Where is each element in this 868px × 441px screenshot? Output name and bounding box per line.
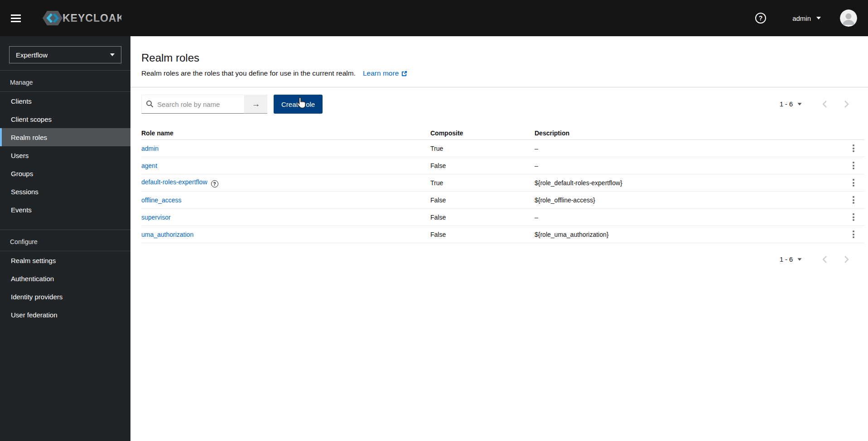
kebab-menu-button[interactable] — [848, 229, 859, 240]
toolbar: → Create role 1 - 6 — [130, 87, 868, 121]
chevron-left-icon — [822, 100, 827, 108]
sidebar-item-identity-providers[interactable]: Identity providers — [0, 288, 130, 306]
pagination-range: 1 - 6 — [780, 256, 793, 263]
kebab-menu-button[interactable] — [848, 177, 859, 189]
sidebar-item-users[interactable]: Users — [0, 146, 130, 164]
learn-more-link[interactable]: Learn more — [363, 69, 408, 77]
sidebar-item-authentication[interactable]: Authentication — [0, 269, 130, 288]
sidebar-item-sessions[interactable]: Sessions — [0, 182, 130, 201]
chevron-down-icon — [798, 258, 802, 260]
description-cell: ${role_default-roles-expertflow} — [535, 179, 843, 187]
description-cell: – — [535, 145, 843, 152]
keycloak-logo: KEYCLOAK — [42, 9, 121, 27]
sidebar-item-realm-settings[interactable]: Realm settings — [0, 251, 130, 269]
top-pagination: 1 - 6 — [780, 96, 857, 112]
table-header-row: Role name Composite Description — [141, 126, 864, 140]
sidebar-item-clients[interactable]: Clients — [0, 92, 130, 110]
role-name-link[interactable]: supervisor — [141, 214, 171, 221]
pagination-range-dropdown[interactable]: 1 - 6 — [780, 101, 802, 108]
sidebar-section-manage: ManageClientsClient scopesRealm rolesUse… — [0, 70, 130, 219]
search-group: → — [141, 95, 267, 114]
column-header-composite: Composite — [430, 129, 535, 137]
kebab-menu-button[interactable] — [848, 211, 859, 223]
role-name-link[interactable]: default-roles-expertflow — [141, 178, 207, 186]
composite-cell: True — [430, 179, 535, 187]
sidebar: Expertflow ManageClientsClient scopesRea… — [0, 36, 130, 441]
description-cell: – — [535, 162, 843, 169]
previous-page-button[interactable] — [814, 251, 835, 268]
kebab-menu-button[interactable] — [848, 143, 859, 154]
sidebar-item-realm-roles[interactable]: Realm roles — [0, 128, 130, 146]
search-submit-button[interactable]: → — [245, 95, 267, 114]
description-cell: ${role_offline-access} — [535, 197, 843, 204]
pagination-range-dropdown[interactable]: 1 - 6 — [780, 256, 802, 263]
column-header-role-name: Role name — [141, 129, 430, 137]
next-page-button[interactable] — [835, 251, 857, 268]
chevron-down-icon — [798, 103, 802, 105]
sidebar-item-groups[interactable]: Groups — [0, 164, 130, 182]
composite-cell: False — [430, 214, 535, 221]
search-input[interactable] — [141, 95, 245, 114]
roles-table: Role name Composite Description adminTru… — [130, 126, 868, 243]
page-title: Realm roles — [141, 52, 857, 64]
sidebar-item-user-federation[interactable]: User federation — [0, 306, 130, 324]
sidebar-nav: ManageClientsClient scopesRealm rolesUse… — [0, 70, 130, 324]
table-row: adminTrue– — [141, 140, 864, 157]
page-description: Realm roles are the roles that you defin… — [141, 69, 356, 77]
table-row: offline_accessFalse${role_offline-access… — [141, 192, 864, 209]
avatar[interactable] — [840, 10, 857, 27]
next-page-button[interactable] — [835, 96, 857, 112]
role-name-link[interactable]: offline_access — [141, 197, 181, 204]
description-cell: – — [535, 214, 843, 221]
table-row: default-roles-expertflow?True${role_defa… — [141, 174, 864, 192]
composite-cell: False — [430, 162, 535, 169]
svg-text:KEYCLOAK: KEYCLOAK — [63, 12, 121, 24]
learn-more-label: Learn more — [363, 69, 399, 77]
chevron-down-icon — [110, 53, 115, 56]
create-role-button[interactable]: Create role — [274, 95, 323, 114]
chevron-down-icon — [816, 17, 821, 19]
help-icon[interactable]: ? — [211, 180, 218, 187]
sidebar-section-title: Configure — [0, 230, 130, 251]
role-name-link[interactable]: uma_authorization — [141, 231, 193, 238]
external-link-icon — [401, 70, 408, 77]
realm-selector-value: Expertflow — [16, 51, 48, 59]
user-name: admin — [792, 14, 811, 22]
role-name-link[interactable]: admin — [141, 145, 159, 152]
main-content: Realm roles Realm roles are the roles th… — [130, 36, 868, 441]
keycloak-logo-icon: KEYCLOAK — [42, 9, 121, 27]
sidebar-section-configure: ConfigureRealm settingsAuthenticationIde… — [0, 230, 130, 324]
sidebar-item-events[interactable]: Events — [0, 201, 130, 219]
avatar-icon — [840, 10, 857, 27]
user-menu-button[interactable]: admin — [792, 14, 821, 22]
description-cell: ${role_uma_authorization} — [535, 231, 843, 238]
pagination-range: 1 - 6 — [780, 101, 793, 108]
realm-selector[interactable]: Expertflow — [9, 46, 121, 63]
composite-cell: False — [430, 197, 535, 204]
sidebar-item-client-scopes[interactable]: Client scopes — [0, 110, 130, 128]
chevron-right-icon — [844, 100, 849, 108]
kebab-menu-button[interactable] — [848, 194, 859, 206]
table-body: adminTrue–agentFalse–default-roles-exper… — [141, 140, 864, 243]
composite-cell: True — [430, 145, 535, 152]
bottom-pagination: 1 - 6 — [130, 243, 868, 268]
table-row: uma_authorizationFalse${role_uma_authori… — [141, 226, 864, 243]
column-header-description: Description — [535, 129, 843, 137]
role-name-link[interactable]: agent — [141, 162, 157, 169]
table-row: supervisorFalse– — [141, 209, 864, 226]
sidebar-section-title: Manage — [0, 71, 130, 92]
previous-page-button[interactable] — [814, 96, 835, 112]
table-row: agentFalse– — [141, 157, 864, 174]
kebab-menu-button[interactable] — [848, 160, 859, 172]
composite-cell: False — [430, 231, 535, 238]
hamburger-menu-icon[interactable] — [11, 13, 23, 23]
chevron-right-icon — [844, 255, 849, 264]
chevron-left-icon — [822, 255, 827, 264]
help-icon[interactable]: ? — [755, 13, 766, 24]
search-icon — [146, 100, 154, 108]
app-header: KEYCLOAK ? admin — [0, 0, 868, 36]
